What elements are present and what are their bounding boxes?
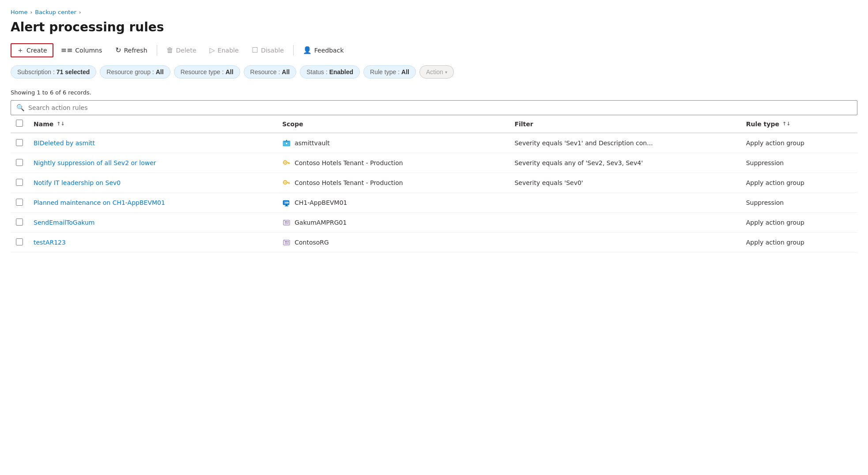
table-container: Name ↑↓ Scope Filter Rule type ↑↓ <box>11 115 857 253</box>
svg-rect-5 <box>287 162 290 163</box>
svg-rect-10 <box>287 182 290 183</box>
row-scope-cell: VM CH1-AppBEVM01 <box>277 193 509 213</box>
row-ruletype-text: Apply action group <box>746 219 804 226</box>
filter-rule-type-label: Rule type : <box>370 68 400 75</box>
row-name-link[interactable]: testAR123 <box>34 239 66 246</box>
col-name-sort[interactable]: Name ↑↓ <box>34 121 65 128</box>
delete-button[interactable]: 🗑 Delete <box>161 44 202 57</box>
row-scope-text: asmittvault <box>294 139 330 147</box>
create-button[interactable]: ＋ Create <box>11 43 53 57</box>
col-header-filter: Filter <box>509 115 740 133</box>
col-ruletype-label: Rule type <box>746 121 779 128</box>
row-ruletype-cell: Suppression <box>741 193 857 213</box>
filter-status[interactable]: Status : Enabled <box>300 65 360 79</box>
col-scope-label: Scope <box>282 121 303 128</box>
feedback-label: Feedback <box>314 47 344 54</box>
col-header-ruletype[interactable]: Rule type ↑↓ <box>741 115 857 133</box>
filter-resource-group[interactable]: Resource group : All <box>100 65 170 79</box>
row-name-link[interactable]: Notify IT leadership on Sev0 <box>34 179 121 186</box>
filter-rule-type[interactable]: Rule type : All <box>363 65 416 79</box>
table-body: BIDeleted by asmitt asmittvault Severity… <box>11 133 857 253</box>
row-checkbox-0[interactable] <box>16 139 23 146</box>
columns-label: Columns <box>75 47 102 54</box>
svg-rect-7 <box>289 163 290 164</box>
row-checkbox-4[interactable] <box>16 219 23 226</box>
row-filter-cell <box>509 233 740 253</box>
filter-rule-type-value: All <box>401 68 409 75</box>
filter-resource-group-value: All <box>156 68 164 75</box>
row-scope-cell: asmittvault <box>277 133 509 153</box>
breadcrumb-backup-center[interactable]: Backup center <box>35 9 76 15</box>
row-filter-cell: Severity equals 'Sev1' and Description c… <box>509 133 740 153</box>
row-ruletype-cell: Suppression <box>741 153 857 173</box>
row-checkbox-3[interactable] <box>16 199 23 206</box>
row-name-cell: Nightly suppression of all Sev2 or lower <box>28 153 277 173</box>
scope-icon-key <box>282 158 291 167</box>
table-row: Nightly suppression of all Sev2 or lower… <box>11 153 857 173</box>
breadcrumb-sep-1: › <box>30 9 32 15</box>
row-checkbox-cell <box>11 233 28 253</box>
col-ruletype-sort[interactable]: Rule type ↑↓ <box>746 121 791 128</box>
svg-text:VM: VM <box>285 201 289 204</box>
row-name-cell: SendEmailToGakum <box>28 213 277 233</box>
scope-icon-vault <box>282 139 291 147</box>
filter-resource-group-label: Resource group : <box>106 68 154 75</box>
filter-resource-type[interactable]: Resource type : All <box>174 65 240 79</box>
filter-action[interactable]: Action ▾ <box>419 65 454 79</box>
row-scope-text: GakumAMPRG01 <box>294 219 347 226</box>
breadcrumb-home[interactable]: Home <box>11 9 27 15</box>
row-checkbox-5[interactable] <box>16 238 23 245</box>
refresh-button[interactable]: ↻ Refresh <box>109 44 153 57</box>
enable-icon: ▷ <box>210 47 215 54</box>
create-label: Create <box>26 47 47 54</box>
enable-label: Enable <box>218 47 239 54</box>
filter-action-chevron: ▾ <box>445 70 447 75</box>
row-name-link[interactable]: Planned maintenance on CH1-AppBEVM01 <box>34 199 165 206</box>
filter-resource-type-label: Resource type : <box>181 68 224 75</box>
disable-button[interactable]: ☐ Disable <box>246 44 290 57</box>
filter-action-label: Action <box>426 68 443 75</box>
row-checkbox-2[interactable] <box>16 179 23 186</box>
row-ruletype-text: Suppression <box>746 199 784 206</box>
select-all-checkbox[interactable] <box>16 120 23 127</box>
row-scope-text: CH1-AppBEVM01 <box>294 199 347 206</box>
filter-subscription-value: 71 selected <box>57 68 90 75</box>
row-ruletype-cell: Apply action group <box>741 213 857 233</box>
table-row: Planned maintenance on CH1-AppBEVM01 VM … <box>11 193 857 213</box>
row-name-link[interactable]: Nightly suppression of all Sev2 or lower <box>34 159 156 166</box>
page-title: Alert processing rules <box>11 20 857 34</box>
enable-button[interactable]: ▷ Enable <box>204 44 245 57</box>
svg-rect-19 <box>285 221 287 223</box>
disable-icon: ☐ <box>252 47 258 54</box>
search-icon: 🔍 <box>16 104 25 112</box>
filter-subscription[interactable]: Subscription : 71 selected <box>11 65 96 79</box>
columns-button[interactable]: ≡≡ Columns <box>55 44 108 57</box>
svg-rect-11 <box>288 183 289 184</box>
search-input[interactable] <box>28 104 852 111</box>
feedback-button[interactable]: 👤 Feedback <box>297 44 350 57</box>
row-checkbox-1[interactable] <box>16 159 23 166</box>
row-checkbox-cell <box>11 133 28 153</box>
svg-rect-21 <box>285 223 289 225</box>
row-scope-text: Contoso Hotels Tenant - Production <box>294 159 403 166</box>
row-filter-cell: Severity equals any of 'Sev2, Sev3, Sev4… <box>509 153 740 173</box>
search-box: 🔍 <box>11 100 857 115</box>
col-filter-label: Filter <box>514 121 533 128</box>
row-checkbox-cell <box>11 193 28 213</box>
row-name-link[interactable]: SendEmailToGakum <box>34 219 94 226</box>
col-header-checkbox <box>11 115 28 133</box>
col-ruletype-sort-icon: ↑↓ <box>782 121 790 127</box>
toolbar: ＋ Create ≡≡ Columns ↻ Refresh 🗑 Delete ▷… <box>11 43 857 57</box>
disable-label: Disable <box>261 47 284 54</box>
row-name-link[interactable]: BIDeleted by asmitt <box>34 139 95 147</box>
columns-icon: ≡≡ <box>61 47 73 54</box>
feedback-icon: 👤 <box>303 47 312 54</box>
svg-rect-6 <box>288 163 289 164</box>
row-scope-cell: ContosoRG <box>277 233 509 253</box>
filter-resource[interactable]: Resource : All <box>244 65 297 79</box>
svg-rect-15 <box>285 206 288 206</box>
col-header-name[interactable]: Name ↑↓ <box>28 115 277 133</box>
filter-bar: Subscription : 71 selected Resource grou… <box>11 65 857 79</box>
filter-resource-type-value: All <box>226 68 234 75</box>
col-header-scope: Scope <box>277 115 509 133</box>
